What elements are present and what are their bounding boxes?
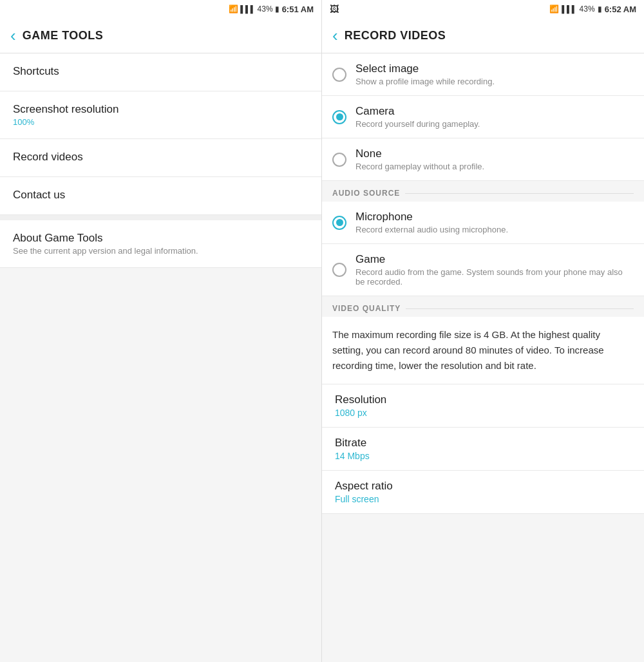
about-game-tools-title: About Game Tools — [13, 232, 308, 245]
microphone-desc: Record external audio using microphone. — [355, 225, 508, 234]
battery-icon-left: ▮ — [275, 5, 279, 14]
aspect-ratio-value: Full screen — [335, 494, 631, 504]
left-menu: Shortcuts Screenshot resolution 100% Rec… — [0, 53, 321, 268]
right-notification-icon: 🖼 — [330, 4, 339, 14]
none-radio[interactable] — [332, 153, 346, 167]
game-audio-title: Game — [355, 253, 634, 266]
select-image-option[interactable]: Select image Show a profile image while … — [322, 53, 644, 96]
screenshot-resolution-value: 100% — [13, 117, 308, 127]
video-quality-label: VIDEO QUALITY — [332, 304, 401, 313]
aspect-ratio-item[interactable]: Aspect ratio Full screen — [322, 471, 644, 514]
wifi-icon-right: 📶 — [549, 5, 559, 14]
signal-icon-right: ▌▌▌ — [562, 5, 576, 13]
bitrate-value: 14 Mbps — [335, 451, 631, 461]
camera-title: Camera — [355, 105, 480, 118]
resolution-title: Resolution — [335, 393, 631, 406]
audio-source-label: AUDIO SOURCE — [332, 189, 400, 198]
audio-options: Microphone Record external audio using m… — [322, 202, 644, 296]
select-image-title: Select image — [355, 62, 495, 75]
left-header: ‹ GAME TOOLS — [0, 18, 321, 53]
video-quality-info: The maximum recording file size is 4 GB.… — [322, 317, 644, 384]
microphone-option[interactable]: Microphone Record external audio using m… — [322, 202, 644, 244]
right-panel: 🖼 📶 ▌▌▌ 43% ▮ 6:52 AM ‹ RECORD VIDEOS Se… — [322, 0, 644, 662]
select-image-text: Select image Show a profile image while … — [355, 62, 495, 86]
select-image-radio[interactable] — [332, 68, 346, 82]
camera-radio[interactable] — [332, 110, 346, 124]
left-status-icons: 📶 ▌▌▌ 43% ▮ — [229, 5, 279, 14]
microphone-title: Microphone — [355, 211, 508, 223]
select-image-desc: Show a profile image while recording. — [355, 77, 495, 86]
record-videos-item[interactable]: Record videos — [0, 139, 321, 177]
screenshot-resolution-title: Screenshot resolution — [13, 103, 308, 116]
about-game-tools-desc: See the current app version and legal in… — [13, 246, 308, 256]
game-audio-desc: Record audio from the game. System sound… — [355, 267, 634, 287]
camera-text: Camera Record yourself during gameplay. — [355, 105, 480, 129]
battery-icon-right: ▮ — [598, 5, 602, 14]
contact-us-title: Contact us — [13, 189, 308, 202]
resolution-value: 1080 px — [335, 408, 631, 418]
game-audio-option[interactable]: Game Record audio from the game. System … — [322, 244, 644, 296]
battery-percent-left: 43% — [258, 5, 273, 14]
camera-desc: Record yourself during gameplay. — [355, 119, 480, 129]
left-back-button[interactable]: ‹ — [10, 27, 16, 44]
shortcuts-item[interactable]: Shortcuts — [0, 53, 321, 91]
contact-us-item[interactable]: Contact us — [0, 177, 321, 215]
microphone-radio[interactable] — [332, 216, 346, 230]
record-videos-title: Record videos — [13, 151, 308, 164]
video-settings: Resolution 1080 px Bitrate 14 Mbps Aspec… — [322, 384, 644, 514]
right-back-button[interactable]: ‹ — [332, 27, 338, 44]
audio-source-header: AUDIO SOURCE — [322, 181, 644, 202]
shortcuts-title: Shortcuts — [13, 65, 308, 78]
game-audio-text: Game Record audio from the game. System … — [355, 253, 634, 287]
none-text: None Record gameplay without a profile. — [355, 147, 484, 171]
profile-options: Select image Show a profile image while … — [322, 53, 644, 181]
about-game-tools-item[interactable]: About Game Tools See the current app ver… — [0, 220, 321, 268]
left-panel: 📶 ▌▌▌ 43% ▮ 6:51 AM ‹ GAME TOOLS Shortcu… — [0, 0, 322, 662]
video-quality-header: VIDEO QUALITY — [322, 296, 644, 317]
screenshot-resolution-item[interactable]: Screenshot resolution 100% — [0, 91, 321, 139]
left-time: 6:51 AM — [282, 5, 314, 14]
menu-gap — [0, 215, 321, 220]
left-header-title: GAME TOOLS — [23, 29, 104, 43]
bitrate-title: Bitrate — [335, 437, 631, 449]
right-header: ‹ RECORD VIDEOS — [322, 18, 644, 53]
aspect-ratio-title: Aspect ratio — [335, 480, 631, 493]
resolution-item[interactable]: Resolution 1080 px — [322, 384, 644, 428]
signal-bars-icon: ▌▌▌ — [240, 5, 255, 13]
left-status-bar: 📶 ▌▌▌ 43% ▮ 6:51 AM — [0, 0, 321, 18]
battery-percent-right: 43% — [580, 5, 595, 14]
game-audio-radio[interactable] — [332, 263, 346, 277]
none-desc: Record gameplay without a profile. — [355, 162, 484, 171]
right-status-bar: 🖼 📶 ▌▌▌ 43% ▮ 6:52 AM — [322, 0, 644, 18]
none-option[interactable]: None Record gameplay without a profile. — [322, 138, 644, 181]
microphone-text: Microphone Record external audio using m… — [355, 211, 508, 234]
wifi-icon: 📶 — [229, 5, 238, 14]
camera-option[interactable]: Camera Record yourself during gameplay. — [322, 96, 644, 138]
right-header-title: RECORD VIDEOS — [345, 29, 446, 43]
right-time: 6:52 AM — [605, 5, 636, 14]
none-title: None — [355, 147, 484, 160]
bitrate-item[interactable]: Bitrate 14 Mbps — [322, 428, 644, 471]
